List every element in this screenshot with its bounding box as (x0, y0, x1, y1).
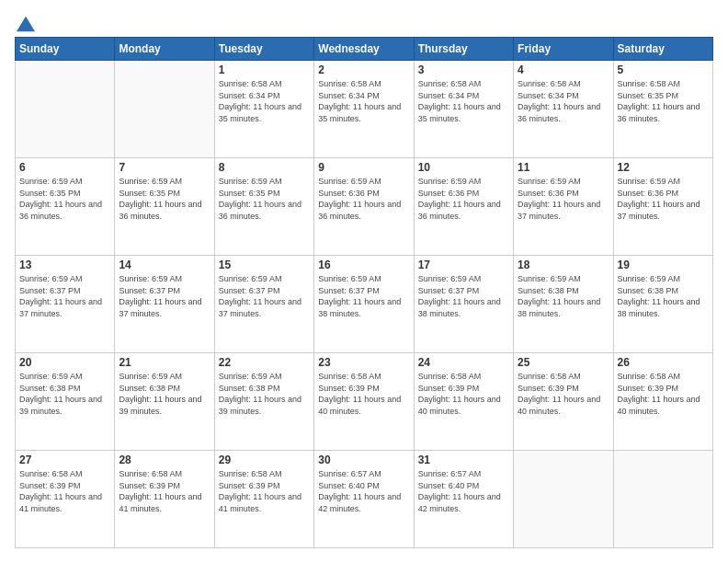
day-cell: 12Sunrise: 6:59 AM Sunset: 6:36 PM Dayli… (613, 158, 712, 256)
week-row-1: 6Sunrise: 6:59 AM Sunset: 6:35 PM Daylig… (16, 158, 713, 256)
day-number: 3 (418, 63, 509, 76)
day-number: 26 (618, 356, 709, 369)
day-cell: 22Sunrise: 6:59 AM Sunset: 6:38 PM Dayli… (214, 353, 313, 451)
day-cell: 9Sunrise: 6:59 AM Sunset: 6:36 PM Daylig… (314, 158, 414, 256)
day-number: 19 (618, 259, 709, 271)
day-cell: 17Sunrise: 6:59 AM Sunset: 6:37 PM Dayli… (414, 256, 513, 353)
day-number: 6 (19, 161, 110, 174)
day-cell: 15Sunrise: 6:59 AM Sunset: 6:37 PM Dayli… (214, 256, 313, 353)
weekday-thursday: Thursday (414, 38, 513, 61)
day-number: 31 (418, 454, 509, 466)
calendar-table: SundayMondayTuesdayWednesdayThursdayFrid… (15, 37, 713, 548)
day-number: 1 (219, 63, 310, 76)
day-info: Sunrise: 6:58 AM Sunset: 6:35 PM Dayligh… (618, 78, 709, 124)
week-row-2: 13Sunrise: 6:59 AM Sunset: 6:37 PM Dayli… (16, 256, 713, 353)
day-info: Sunrise: 6:59 AM Sunset: 6:38 PM Dayligh… (119, 371, 210, 417)
day-number: 2 (318, 63, 409, 76)
day-info: Sunrise: 6:59 AM Sunset: 6:35 PM Dayligh… (119, 176, 210, 222)
day-info: Sunrise: 6:59 AM Sunset: 6:35 PM Dayligh… (19, 176, 110, 222)
day-info: Sunrise: 6:59 AM Sunset: 6:37 PM Dayligh… (418, 273, 509, 319)
day-cell: 13Sunrise: 6:59 AM Sunset: 6:37 PM Dayli… (16, 256, 115, 353)
weekday-header-row: SundayMondayTuesdayWednesdayThursdayFrid… (16, 38, 713, 61)
day-info: Sunrise: 6:59 AM Sunset: 6:35 PM Dayligh… (219, 176, 310, 222)
day-info: Sunrise: 6:59 AM Sunset: 6:36 PM Dayligh… (618, 176, 709, 222)
day-number: 23 (318, 356, 409, 369)
day-number: 30 (318, 454, 409, 466)
day-info: Sunrise: 6:58 AM Sunset: 6:39 PM Dayligh… (318, 371, 409, 417)
day-info: Sunrise: 6:59 AM Sunset: 6:36 PM Dayligh… (418, 176, 509, 222)
day-cell: 21Sunrise: 6:59 AM Sunset: 6:38 PM Dayli… (115, 353, 214, 451)
day-info: Sunrise: 6:58 AM Sunset: 6:39 PM Dayligh… (518, 371, 609, 417)
day-number: 15 (219, 259, 310, 271)
day-info: Sunrise: 6:58 AM Sunset: 6:34 PM Dayligh… (518, 78, 609, 124)
day-cell: 28Sunrise: 6:58 AM Sunset: 6:39 PM Dayli… (115, 451, 214, 548)
day-info: Sunrise: 6:59 AM Sunset: 6:37 PM Dayligh… (19, 273, 110, 319)
weekday-saturday: Saturday (613, 38, 712, 61)
day-number: 16 (318, 259, 409, 271)
day-number: 22 (219, 356, 310, 369)
weekday-tuesday: Tuesday (214, 38, 313, 61)
day-info: Sunrise: 6:58 AM Sunset: 6:39 PM Dayligh… (219, 468, 310, 514)
week-row-3: 20Sunrise: 6:59 AM Sunset: 6:38 PM Dayli… (16, 353, 713, 451)
weekday-friday: Friday (514, 38, 613, 61)
day-number: 29 (219, 454, 310, 466)
day-cell: 8Sunrise: 6:59 AM Sunset: 6:35 PM Daylig… (214, 158, 313, 256)
day-cell: 23Sunrise: 6:58 AM Sunset: 6:39 PM Dayli… (314, 353, 414, 451)
day-info: Sunrise: 6:58 AM Sunset: 6:34 PM Dayligh… (219, 78, 310, 124)
day-cell (514, 451, 613, 548)
day-cell: 20Sunrise: 6:59 AM Sunset: 6:38 PM Dayli… (16, 353, 115, 451)
day-cell: 16Sunrise: 6:59 AM Sunset: 6:37 PM Dayli… (314, 256, 414, 353)
day-info: Sunrise: 6:59 AM Sunset: 6:36 PM Dayligh… (518, 176, 609, 222)
day-info: Sunrise: 6:59 AM Sunset: 6:38 PM Dayligh… (219, 371, 310, 417)
weekday-sunday: Sunday (16, 38, 115, 61)
day-cell: 19Sunrise: 6:59 AM Sunset: 6:38 PM Dayli… (613, 256, 712, 353)
day-number: 20 (19, 356, 110, 369)
day-cell: 30Sunrise: 6:57 AM Sunset: 6:40 PM Dayli… (314, 451, 414, 548)
svg-marker-0 (17, 17, 35, 32)
day-cell: 31Sunrise: 6:57 AM Sunset: 6:40 PM Dayli… (414, 451, 513, 548)
day-number: 25 (518, 356, 609, 369)
day-cell: 25Sunrise: 6:58 AM Sunset: 6:39 PM Dayli… (514, 353, 613, 451)
day-cell (115, 61, 214, 158)
day-cell: 2Sunrise: 6:58 AM Sunset: 6:34 PM Daylig… (314, 61, 414, 158)
day-info: Sunrise: 6:58 AM Sunset: 6:34 PM Dayligh… (418, 78, 509, 124)
day-info: Sunrise: 6:59 AM Sunset: 6:37 PM Dayligh… (219, 273, 310, 319)
day-number: 7 (119, 161, 210, 174)
day-cell: 18Sunrise: 6:59 AM Sunset: 6:38 PM Dayli… (514, 256, 613, 353)
week-row-0: 1Sunrise: 6:58 AM Sunset: 6:34 PM Daylig… (16, 61, 713, 158)
day-number: 11 (518, 161, 609, 174)
week-row-4: 27Sunrise: 6:58 AM Sunset: 6:39 PM Dayli… (16, 451, 713, 548)
day-number: 28 (119, 454, 210, 466)
day-number: 13 (19, 259, 110, 271)
day-info: Sunrise: 6:58 AM Sunset: 6:34 PM Dayligh… (318, 78, 409, 124)
day-cell (613, 451, 712, 548)
day-cell: 3Sunrise: 6:58 AM Sunset: 6:34 PM Daylig… (414, 61, 513, 158)
weekday-monday: Monday (115, 38, 214, 61)
day-cell: 10Sunrise: 6:59 AM Sunset: 6:36 PM Dayli… (414, 158, 513, 256)
day-number: 4 (518, 63, 609, 76)
day-info: Sunrise: 6:57 AM Sunset: 6:40 PM Dayligh… (418, 468, 509, 514)
day-number: 8 (219, 161, 310, 174)
day-info: Sunrise: 6:58 AM Sunset: 6:39 PM Dayligh… (19, 468, 110, 514)
page: SundayMondayTuesdayWednesdayThursdayFrid… (0, 0, 728, 563)
day-number: 12 (618, 161, 709, 174)
day-info: Sunrise: 6:58 AM Sunset: 6:39 PM Dayligh… (418, 371, 509, 417)
day-cell: 27Sunrise: 6:58 AM Sunset: 6:39 PM Dayli… (16, 451, 115, 548)
day-number: 14 (119, 259, 210, 271)
logo-icon (17, 15, 35, 33)
day-number: 21 (119, 356, 210, 369)
day-info: Sunrise: 6:59 AM Sunset: 6:37 PM Dayligh… (318, 273, 409, 319)
day-cell: 14Sunrise: 6:59 AM Sunset: 6:37 PM Dayli… (115, 256, 214, 353)
day-info: Sunrise: 6:59 AM Sunset: 6:38 PM Dayligh… (618, 273, 709, 319)
day-cell: 24Sunrise: 6:58 AM Sunset: 6:39 PM Dayli… (414, 353, 513, 451)
day-number: 5 (618, 63, 709, 76)
day-info: Sunrise: 6:59 AM Sunset: 6:38 PM Dayligh… (19, 371, 110, 417)
header (15, 15, 713, 28)
day-cell (16, 61, 115, 158)
day-info: Sunrise: 6:59 AM Sunset: 6:38 PM Dayligh… (518, 273, 609, 319)
day-info: Sunrise: 6:58 AM Sunset: 6:39 PM Dayligh… (119, 468, 210, 514)
day-info: Sunrise: 6:59 AM Sunset: 6:36 PM Dayligh… (318, 176, 409, 222)
day-number: 18 (518, 259, 609, 271)
day-number: 9 (318, 161, 409, 174)
day-cell: 1Sunrise: 6:58 AM Sunset: 6:34 PM Daylig… (214, 61, 313, 158)
